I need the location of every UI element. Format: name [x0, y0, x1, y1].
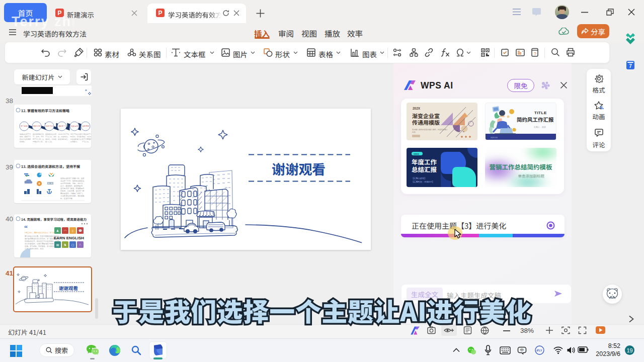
- svg-text:2023 XX: 2023 XX: [491, 137, 498, 139]
- svg-text:【汇报时间：XX年X月】: 【汇报时间：XX年X月】: [412, 180, 434, 184]
- svg-text:制定计划: 制定计划: [33, 125, 40, 127]
- svg-text:【汇报人姓名】: 【汇报人姓名】: [412, 176, 426, 179]
- svg-text:▤: ▤: [56, 243, 59, 246]
- svg-text:及时复习: 及时复习: [58, 125, 65, 127]
- svg-text:总结汇报: 总结汇报: [412, 164, 437, 174]
- svg-text:14. 克服困难，享受学习过程，提高英语能力: 14. 克服困难，享受学习过程，提高英语能力: [21, 217, 87, 222]
- svg-text:13. 选择合适的资源和方法，坚持不懈: 13. 选择合适的资源和方法，坚持不懈: [21, 164, 80, 169]
- svg-text:的目标。: 的目标。: [20, 140, 26, 143]
- svg-text:反思调整: 反思调整: [82, 125, 89, 127]
- svg-text:12. 掌握有效的学习方法和策略: 12. 掌握有效的学习方法和策略: [21, 108, 69, 113]
- svg-text:▢: ▢: [71, 243, 74, 246]
- svg-text:谢谢观看: 谢谢观看: [59, 285, 78, 292]
- svg-text:◠: ◠: [64, 229, 66, 232]
- svg-text:传通用模版: 传通用模版: [412, 118, 440, 126]
- svg-text:?: ?: [534, 51, 536, 56]
- svg-text:♘: ♘: [79, 243, 82, 246]
- svg-text:结等方法。: 结等方法。: [45, 140, 53, 143]
- svg-text:简约风工作汇报: 简约风工作汇报: [517, 116, 554, 123]
- svg-text:学习方法。: 学习方法。: [82, 140, 90, 143]
- svg-text:己的能力。: 己的能力。: [70, 140, 78, 143]
- svg-text:实践运用: 实践运用: [71, 125, 78, 127]
- svg-text:时，应坚持不懈。: 时，应坚持不懈。: [60, 197, 74, 200]
- svg-text:在此输入您的内容在此输入您的，内容在此输入: 在此输入您的内容在此输入您的，内容在此输入: [412, 128, 448, 131]
- svg-text:加深理解记忆。: 加深理解记忆。: [58, 138, 69, 140]
- svg-text:▯: ▯: [72, 229, 73, 232]
- svg-text:EARN ENGLISH: EARN ENGLISH: [54, 236, 84, 240]
- svg-text:♟: ♟: [56, 229, 59, 232]
- svg-text:内容。: 内容。: [412, 131, 417, 133]
- svg-text:♞: ♞: [64, 243, 66, 246]
- svg-text:严格执行计划。: 严格执行计划。: [33, 140, 44, 143]
- svg-text:“: “: [24, 224, 28, 232]
- svg-text:XXXX: XXXX: [414, 153, 419, 155]
- svg-text:汇报人：某某: 汇报人：某某: [534, 125, 546, 128]
- svg-text:iFLY: iFLY: [536, 349, 542, 352]
- svg-text:高效方法: 高效方法: [46, 125, 53, 127]
- svg-text:202X: 202X: [413, 107, 421, 110]
- svg-text:学习目标: 学习目标: [21, 125, 28, 127]
- svg-text:💬: 💬: [78, 229, 83, 233]
- svg-text:中: 中: [520, 347, 524, 352]
- svg-text:TITLE: TITLE: [534, 111, 547, 115]
